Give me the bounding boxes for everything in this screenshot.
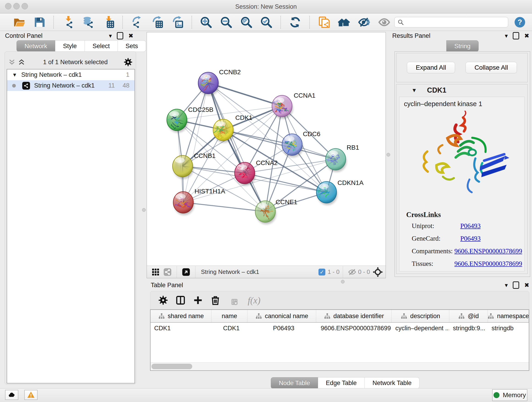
node-CCNA1[interactable]: CCNA1	[272, 92, 316, 119]
title-bar: Session: New Session	[0, 0, 532, 13]
tab-string[interactable]: String	[446, 40, 479, 52]
import-table-button[interactable]	[101, 16, 115, 29]
column-header-database-identifier[interactable]: database identifier	[316, 310, 392, 322]
hide-panels-button[interactable]	[357, 16, 371, 29]
zoom-selected-icon	[260, 16, 272, 28]
collection-expander-icon[interactable]: ▼	[12, 72, 17, 78]
results-panel-close-icon[interactable]: ✖	[524, 33, 529, 39]
network-options-gear-icon[interactable]	[123, 57, 133, 67]
open-session-button[interactable]	[12, 16, 26, 29]
help-button[interactable]: ?	[515, 17, 525, 27]
refresh-layout-button[interactable]	[288, 16, 302, 29]
network-row-selected[interactable]: String Network – cdk1 11 48	[7, 80, 134, 91]
crosslink-label: Compartments:	[406, 247, 454, 255]
table-panel-float-icon[interactable]	[513, 281, 519, 289]
tab-network-table[interactable]: Network Table	[365, 377, 420, 389]
edge-CCNB2-HIST1H1A[interactable]	[183, 83, 208, 202]
node-HIST1H1A[interactable]: HIST1H1A	[173, 188, 225, 215]
crosslink-link[interactable]: P06493	[460, 222, 481, 230]
node-CDKN1A[interactable]: CDKN1A	[317, 179, 364, 205]
column-header-shared-name[interactable]: shared name	[151, 310, 211, 322]
results-panel-float-icon[interactable]	[513, 32, 519, 39]
zoom-out-button[interactable]	[219, 16, 233, 29]
show-panels-button[interactable]	[377, 16, 391, 29]
gene-symbol: CDK1	[427, 86, 446, 95]
node-CCNB1[interactable]: CCNB1	[172, 152, 215, 179]
attribute-tree-icon	[488, 313, 494, 319]
birdseye-toggle-icon[interactable]	[182, 268, 190, 276]
export-network-button[interactable]	[130, 16, 144, 29]
node-label-CDC25B: CDC25B	[188, 106, 213, 113]
cloud-button[interactable]	[5, 390, 18, 400]
tab-sets[interactable]: Sets	[118, 40, 146, 52]
column-header-description[interactable]: description	[392, 310, 449, 322]
zoom-fit-icon	[240, 16, 253, 28]
node-label-HIST1H1A: HIST1H1A	[195, 188, 225, 195]
column-header-namespace[interactable]: namespace	[488, 310, 529, 322]
zoom-out-icon	[220, 16, 232, 28]
table-panel-close-icon[interactable]: ✖	[524, 282, 529, 288]
control-panel-float-icon[interactable]	[117, 32, 123, 39]
table-h-scrollbar-thumb[interactable]	[152, 364, 192, 369]
gene-expander-icon[interactable]: ▼	[412, 87, 417, 94]
memory-button[interactable]: Memory	[492, 389, 527, 401]
expand-all-button[interactable]: Expand All	[407, 62, 455, 73]
table-row[interactable]: CDK1CDK1P064939606.ENSP00000378699cyclin…	[151, 323, 529, 334]
control-panel-menu-icon[interactable]: ▾	[109, 33, 112, 39]
warnings-button[interactable]	[24, 390, 38, 400]
collapse-all-button[interactable]: Collapse All	[466, 62, 517, 73]
column-header-canonical-name[interactable]: canonical name	[247, 310, 316, 322]
edge-HIST1H1A-CCNE1[interactable]	[183, 202, 265, 211]
crosslink-link[interactable]: 9606.ENSP00000378699	[454, 260, 522, 268]
network-collection-row[interactable]: ▼ String Network – cdk1 1	[7, 70, 134, 80]
fit-selected-crosshair-icon[interactable]	[373, 267, 383, 277]
control-panel-close-icon[interactable]: ✖	[128, 33, 133, 39]
left-splitter-handle[interactable]	[142, 208, 146, 212]
results-panel-title: Results Panel	[392, 32, 431, 39]
network-canvas[interactable]: CCNB2 CCNA1 CDC25B CDK1 CDC6 RB1 CCNB1	[147, 32, 386, 266]
node-CDC25B[interactable]: CDC25B	[167, 106, 213, 133]
table-settings-button[interactable]	[157, 294, 170, 307]
selected-checkbox-icon[interactable]: ✓	[318, 269, 325, 275]
add-column-button[interactable]	[191, 294, 205, 307]
hidden-counts: 0 - 0	[358, 268, 370, 275]
table-h-scrollbar[interactable]	[151, 362, 529, 370]
zoom-in-button[interactable]	[199, 16, 213, 29]
zoom-selected-button[interactable]	[260, 16, 273, 29]
save-session-button[interactable]	[32, 16, 46, 29]
table-panel-title: Table Panel	[151, 282, 183, 289]
crosslink-link[interactable]: P06493	[460, 235, 481, 242]
node-CCNE1[interactable]: CCNE1	[255, 198, 298, 224]
function-builder-button[interactable]: f(x)	[244, 294, 265, 307]
results-panel-menu-icon[interactable]: ▾	[505, 33, 508, 39]
node-RB1[interactable]: RB1	[325, 144, 359, 172]
crosslink-link[interactable]: 9606.ENSP00000378699	[454, 247, 522, 255]
network-selection-status: 1 of 1 Network selected	[27, 59, 123, 66]
right-splitter-handle[interactable]	[386, 153, 390, 157]
tab-select[interactable]: Select	[85, 40, 118, 52]
duplicate-network-button[interactable]	[317, 16, 331, 29]
export-image-button[interactable]	[171, 16, 184, 29]
grid-view-icon[interactable]	[152, 268, 160, 276]
column-header-name[interactable]: name	[211, 310, 247, 322]
tab-style[interactable]: Style	[55, 40, 85, 52]
expand-tree-icon[interactable]	[8, 59, 16, 65]
zoom-fit-button[interactable]	[239, 16, 253, 29]
birdseye-view-button[interactable]	[337, 16, 351, 29]
delete-table-button[interactable]	[226, 294, 239, 307]
edge-CCNB2-CCNA1[interactable]	[208, 83, 282, 106]
tab-node-table[interactable]: Node Table	[271, 377, 318, 389]
import-database-button[interactable]	[81, 16, 95, 29]
import-network-button[interactable]	[61, 16, 75, 29]
tab-edge-table[interactable]: Edge Table	[318, 377, 365, 389]
collapse-tree-icon[interactable]	[18, 59, 25, 65]
crosslink-label: Uniprot:	[406, 222, 460, 230]
export-table-button[interactable]	[150, 16, 164, 29]
delete-column-button[interactable]	[209, 294, 222, 307]
search-input[interactable]	[394, 17, 508, 27]
network-badge-icon[interactable]	[163, 268, 172, 276]
tab-network[interactable]: Network	[17, 40, 55, 52]
split-columns-button[interactable]	[174, 294, 187, 307]
table-panel-menu-icon[interactable]: ▾	[505, 282, 508, 288]
column-header--id[interactable]: @id	[449, 310, 488, 322]
